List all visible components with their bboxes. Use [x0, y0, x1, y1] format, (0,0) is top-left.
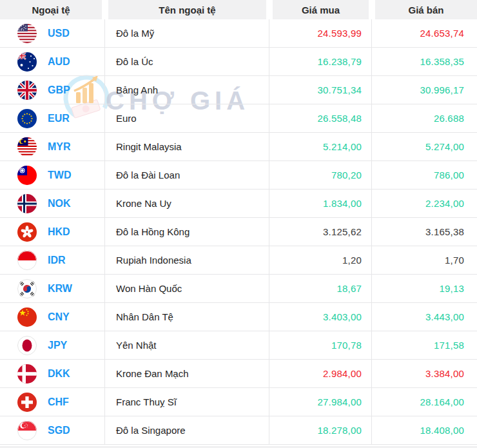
krw-flag-icon [17, 279, 37, 298]
cny-flag-icon [17, 307, 37, 327]
sell-price-cell: 171,58 [372, 331, 477, 359]
sell-price-cell: 18.408,00 [372, 416, 477, 444]
currency-cell: USD [0, 19, 105, 47]
currency-row: MYR Ringit Malaysia 5.214,00 5.274,00 [0, 133, 477, 161]
sell-price-cell: 30.996,17 [372, 76, 477, 104]
sell-price-cell: 16.358,35 [372, 48, 477, 75]
currency-code: KRW [48, 283, 72, 295]
currency-row: KRW Won Hàn Quốc 18,67 19,13 [0, 275, 477, 303]
currency-row: SGD Đô la Singapore 18.278,00 18.408,00 [0, 416, 477, 445]
exchange-rate-table: Ngoại tệ Tên ngoại tệ Giá mua Giá bán CH… [0, 0, 477, 448]
currency-cell: CNY [0, 303, 105, 331]
buy-price: 780,20 [331, 170, 362, 180]
aud-flag-icon [17, 52, 37, 72]
currency-name-cell: Rupiah Indonesia [105, 246, 269, 274]
sell-price-cell: 24.653,74 [372, 19, 477, 47]
currency-name: Đô la Đài Loan [116, 170, 180, 180]
sell-price: 26.688 [434, 113, 464, 124]
currency-name-cell: Đô la Hồng Kông [105, 218, 269, 246]
buy-price: 24.593,99 [317, 28, 362, 39]
sell-price-cell: 3.384,00 [372, 360, 477, 387]
currency-name-cell: Ringit Malaysia [105, 133, 269, 161]
currency-cell: AUD [0, 48, 105, 75]
buy-price: 27.984,00 [317, 396, 362, 407]
sell-price: 28.164,00 [420, 396, 464, 407]
currency-cell: NOK [0, 190, 105, 217]
sell-price: 786,00 [434, 170, 464, 180]
sell-price: 3.384,00 [425, 368, 464, 379]
currency-code: HKD [48, 226, 70, 238]
currency-code: AUD [48, 56, 70, 68]
sell-price-cell: 1,70 [372, 246, 477, 274]
currency-row: CHF Franc Thuỵ Sĩ 27.984,00 28.164,00 [0, 388, 477, 416]
sell-price-cell: 26.688 [372, 104, 477, 132]
currency-code: CNY [48, 311, 70, 323]
sell-price: 18.408,00 [420, 425, 464, 436]
buy-price-cell: 18,67 [269, 275, 372, 302]
currency-row: EUR Euro 26.558,48 26.688 [0, 104, 477, 133]
sell-price-cell: 3.165,38 [372, 218, 477, 246]
buy-price: 2.984,00 [323, 368, 362, 379]
sell-price: 3.443,00 [425, 311, 464, 322]
column-header-currency: Ngoại tệ [0, 0, 102, 19]
sell-price: 30.996,17 [420, 84, 464, 95]
sgd-flag-icon [17, 421, 37, 440]
buy-price-cell: 16.238,79 [269, 48, 372, 75]
buy-price: 26.558,48 [317, 113, 362, 124]
currency-code: DKK [48, 368, 70, 380]
currency-row: AUD Đô la Úc 16.238,79 16.358,35 [0, 48, 477, 76]
currency-row: USD Đô la Mỹ 24.593,99 24.653,74 [0, 19, 477, 48]
currency-code: NOK [48, 198, 71, 209]
sell-price-cell: 786,00 [372, 161, 477, 189]
sell-price: 2.234,00 [425, 198, 464, 209]
buy-price-cell: 26.558,48 [269, 104, 372, 132]
currency-name: Euro [116, 113, 137, 124]
sell-price-cell: 3.443,00 [372, 303, 477, 331]
currency-code: CHF [48, 396, 69, 408]
currency-name: Đô la Singapore [116, 425, 186, 436]
currency-cell: GBP [0, 76, 105, 104]
currency-code: MYR [48, 141, 71, 153]
currency-row: DKK Krone Đan Mạch 2.984,00 3.384,00 [0, 360, 477, 388]
buy-price: 16.238,79 [317, 56, 362, 67]
buy-price-cell: 5.214,00 [269, 133, 372, 161]
currency-name: Nhân Dân Tệ [116, 311, 173, 322]
currency-code: GBP [48, 84, 70, 96]
currency-code: EUR [48, 113, 70, 124]
currency-code: TWD [48, 170, 71, 181]
currency-name-cell: Đô la Úc [105, 48, 269, 75]
usd-flag-icon [17, 24, 37, 43]
twd-flag-icon [17, 166, 37, 185]
sell-price: 24.653,74 [420, 28, 464, 39]
currency-code: JPY [48, 340, 67, 351]
currency-cell: HKD [0, 218, 105, 246]
currency-cell: KRW [0, 275, 105, 302]
currency-name: Đô la Hồng Kông [116, 226, 190, 237]
currency-name-cell: Won Hàn Quốc [105, 275, 269, 302]
currency-cell: TWD [0, 161, 105, 189]
buy-price: 3.125,62 [323, 226, 362, 237]
buy-price-cell: 780,20 [269, 161, 372, 189]
currency-cell: MYR [0, 133, 105, 161]
sell-price: 171,58 [434, 340, 464, 351]
buy-price: 3.403,00 [323, 311, 362, 322]
eur-flag-icon [17, 109, 37, 128]
currency-name-cell: Đô la Singapore [105, 416, 269, 444]
buy-price: 5.214,00 [323, 141, 362, 152]
currency-cell: EUR [0, 104, 105, 132]
buy-price: 30.751,34 [317, 84, 362, 95]
buy-price-cell: 3.403,00 [269, 303, 372, 331]
rates-table-body: USD Đô la Mỹ 24.593,99 24.653,74 AUD Đô … [0, 19, 477, 445]
buy-price-cell: 18.278,00 [269, 416, 372, 444]
sell-price: 1,70 [445, 255, 464, 266]
currency-row: CNY Nhân Dân Tệ 3.403,00 3.443,00 [0, 303, 477, 331]
currency-name: Franc Thuỵ Sĩ [116, 396, 177, 407]
currency-name-cell: Euro [105, 104, 269, 132]
currency-name: Ringit Malaysia [116, 141, 182, 152]
currency-name: Krone Đan Mạch [116, 368, 189, 379]
currency-code: SGD [48, 425, 70, 436]
column-header-buy-price: Giá mua [273, 0, 369, 19]
buy-price-cell: 27.984,00 [269, 388, 372, 416]
buy-price: 170,78 [331, 340, 362, 351]
currency-name: Đô la Mỹ [116, 28, 154, 39]
